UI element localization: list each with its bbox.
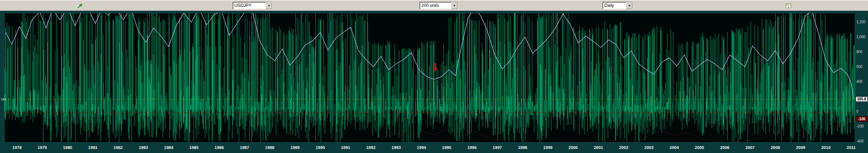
chevron-down-icon: ▼	[267, 4, 270, 7]
x-axis-year: 1979	[38, 145, 47, 150]
chevron-down-icon: ▼	[452, 4, 456, 7]
x-axis-year: 2001	[594, 145, 603, 150]
y-axis-tick: 0	[856, 109, 859, 113]
units-select-dropdown-button[interactable]: ▼	[451, 2, 458, 9]
toolbar: USDJPY ▼ 200 units ▼ Daily ▼	[0, 0, 868, 11]
y-axis-tick: 800	[856, 50, 863, 54]
period-select-value: Daily	[603, 2, 626, 9]
symbol-select-dropdown-button[interactable]: ▼	[266, 2, 272, 9]
y-axis-tick: 1,000	[856, 35, 865, 39]
x-axis-year: 1985	[189, 145, 199, 150]
value-box-label: 165.8	[857, 97, 866, 101]
x-axis-year: 1995	[442, 145, 451, 150]
x-axis-year: 1980	[63, 145, 72, 150]
x-axis-year: 1982	[113, 145, 123, 150]
x-axis-year: 2008	[771, 145, 780, 150]
x-axis-year: 1999	[543, 145, 552, 150]
layout-grid-icon	[785, 3, 792, 9]
x-axis-year: 1987	[240, 145, 249, 150]
period-select[interactable]: Daily ▼	[602, 2, 633, 9]
x-axis-year: 2009	[796, 145, 805, 150]
x-axis-year: 2007	[746, 145, 755, 150]
y-axis-tick: -200	[856, 124, 864, 128]
units-select-value: 200 units	[420, 2, 451, 9]
x-axis-year: 1992	[366, 145, 376, 150]
layout-button[interactable]	[785, 2, 793, 10]
value-box-label: -100	[858, 117, 865, 121]
arrow-tool-button[interactable]	[76, 2, 84, 10]
y-axis-tick: 600	[856, 65, 863, 69]
x-axis-year: 1981	[88, 145, 97, 150]
app-window: USDJPY ▼ 200 units ▼ Daily ▼	[0, 0, 868, 153]
x-axis-year: 1997	[493, 145, 502, 150]
x-axis-year: 1986	[214, 145, 224, 150]
y-axis-tick: 1,200	[856, 20, 865, 24]
diagonal-arrow-icon	[76, 2, 84, 9]
x-axis-year: 2003	[644, 145, 654, 150]
x-axis-year: 1994	[417, 145, 426, 150]
price-chart: 1651,2001,0008006004000-200-400165.8-100…	[0, 0, 868, 153]
x-axis-year: 2010	[821, 145, 831, 150]
x-axis-year: 1989	[291, 145, 300, 150]
period-select-dropdown-button[interactable]: ▼	[626, 2, 633, 9]
x-axis-year: 1996	[467, 145, 477, 150]
ref-line-label: 165	[1, 97, 6, 101]
symbol-select-value: USDJPY	[233, 2, 266, 9]
x-axis-year: 1978	[12, 145, 22, 150]
x-axis-year: 1993	[392, 145, 401, 150]
symbol-select[interactable]: USDJPY ▼	[233, 2, 272, 9]
x-axis-year: 1998	[518, 145, 527, 150]
x-axis-year: 2002	[619, 145, 629, 150]
x-axis-year: 2004	[669, 145, 679, 150]
x-axis-year: 1984	[164, 145, 174, 150]
x-axis-year: 2000	[568, 145, 578, 150]
units-select[interactable]: 200 units ▼	[420, 2, 458, 9]
x-axis-year: 1990	[316, 145, 325, 150]
x-axis-year: 1988	[265, 145, 275, 150]
x-axis-year: 2005	[695, 145, 704, 150]
x-axis-year: 1983	[139, 145, 148, 150]
chevron-down-icon: ▼	[627, 4, 631, 7]
x-axis-year: 2011	[847, 145, 856, 150]
x-axis-year: 1991	[341, 145, 350, 150]
y-axis-tick: 400	[856, 80, 863, 84]
x-axis-year: 2006	[720, 145, 730, 150]
y-axis-tick: -400	[856, 139, 864, 143]
